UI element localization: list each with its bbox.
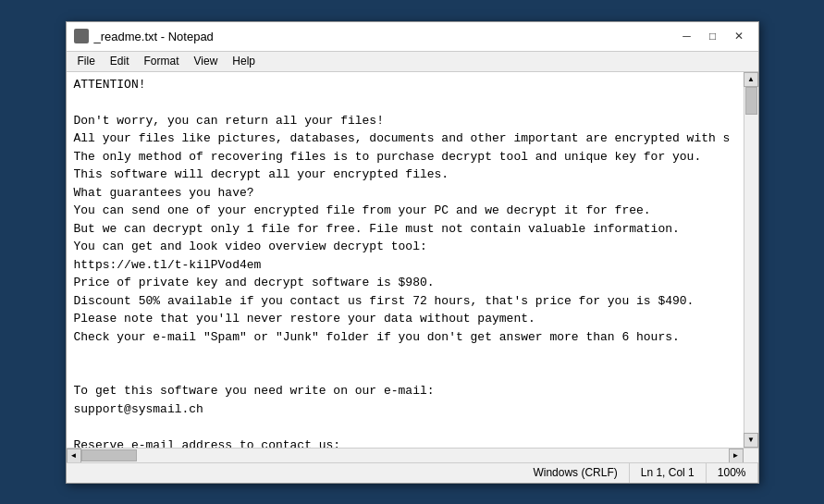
- content-area: ATTENTION! Don't worry, you can return a…: [67, 72, 758, 448]
- scroll-up-button[interactable]: ▲: [744, 72, 758, 87]
- notepad-window: _readme.txt - Notepad ─ □ ✕ File Edit Fo…: [66, 21, 759, 484]
- scroll-left-button[interactable]: ◄: [67, 449, 81, 463]
- encoding-status: Windows (CRLF): [522, 463, 629, 483]
- window-controls: ─ □ ✕: [675, 27, 751, 45]
- menu-format[interactable]: Format: [137, 53, 187, 69]
- close-button[interactable]: ✕: [727, 27, 751, 45]
- zoom-status: 100%: [707, 463, 758, 483]
- scroll-right-button[interactable]: ►: [729, 449, 744, 463]
- scroll-corner: [744, 449, 758, 463]
- menu-edit[interactable]: Edit: [103, 53, 137, 69]
- maximize-button[interactable]: □: [701, 27, 725, 45]
- scroll-down-button[interactable]: ▼: [744, 433, 758, 448]
- h-scroll-thumb[interactable]: [81, 449, 137, 461]
- menu-help[interactable]: Help: [225, 53, 263, 69]
- minimize-button[interactable]: ─: [675, 27, 699, 45]
- vertical-scrollbar[interactable]: ▲ ▼: [744, 72, 758, 448]
- status-bar: Windows (CRLF) Ln 1, Col 1 100%: [67, 462, 758, 483]
- app-icon: [74, 29, 89, 43]
- h-scroll-track[interactable]: [81, 449, 729, 462]
- menu-bar: File Edit Format View Help: [67, 52, 758, 72]
- scroll-thumb[interactable]: [745, 87, 757, 115]
- text-editor[interactable]: ATTENTION! Don't worry, you can return a…: [67, 72, 744, 448]
- menu-file[interactable]: File: [70, 53, 103, 69]
- horizontal-scrollbar[interactable]: ◄ ►: [67, 448, 758, 462]
- window-title: _readme.txt - Notepad: [94, 30, 675, 43]
- menu-view[interactable]: View: [187, 53, 226, 69]
- scroll-track[interactable]: [744, 87, 758, 433]
- title-bar: _readme.txt - Notepad ─ □ ✕: [67, 22, 758, 52]
- line-col-status: Ln 1, Col 1: [630, 463, 707, 483]
